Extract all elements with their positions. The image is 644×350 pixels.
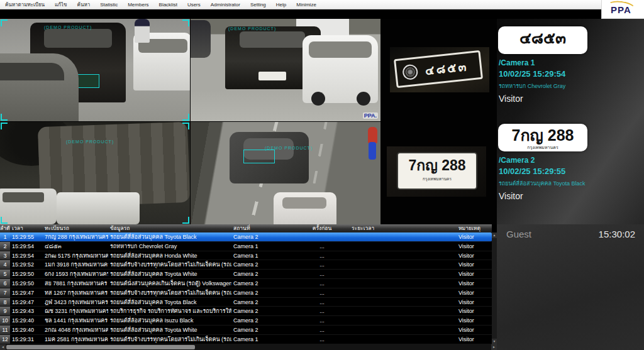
license-plate [258,72,286,80]
plate-crop-text: ๔๘๕๓ [425,57,469,80]
scroll-up-icon[interactable]: ▲ [492,232,497,238]
cell-info: รถยนต์สี่ล้อส่วนบุคคล Isuzu Black [108,316,231,325]
cell-plate: 7กญ 288 กรุงเทพมหานคร [43,232,108,241]
detection-corner-icon [1,19,8,26]
table-row[interactable]: 815:29:47ฎฬ 3423 กรุงเทพมหานครรถยนต์สี่ล… [0,298,492,307]
cell-plate: สย 7881 กรุงเทพมหานคร [43,279,108,288]
vehicle-windshield [0,63,64,80]
records-table: ลำดับเวลาทะเบียนรถข้อมูลรถสถานที่ครั้งก่… [0,224,497,350]
menu-item-5[interactable]: Blacklist [154,2,182,8]
logo-text: PPA [611,4,631,15]
scroll-left-icon[interactable]: ◄ [0,344,6,350]
column-header-time[interactable]: เวลา [10,224,43,232]
table-row[interactable]: 115:29:557กญ 288 กรุงเทพมหานครรถยนต์สี่ล… [0,232,492,242]
demo-watermark: (DEMO PRODUCT) [265,146,313,150]
cell-info: รถยนต์สี่ล้อส่วนบุคคล Toyota Black [108,298,231,307]
table-row[interactable]: 315:29:542กฒ 5175 กรุงเทพมหานครรถยนต์สี่… [0,251,492,261]
plate-number: ๔๘๕๓ [498,28,587,47]
table-row[interactable]: 1115:29:402กณ 4048 กรุงเทพมหานครรถยนต์สี… [0,325,492,335]
column-header-remark[interactable]: หมายเหตุ [457,224,492,232]
cell-remark: Visitor [457,279,492,288]
cell-plate: ฌช 3231 กรุงเทพมหานคร [43,307,108,315]
cell-info: รถยนต์นั่งส่วนบุคคลเกินเจ็ดคน (รถตู้) Vo… [108,279,231,288]
cell-dur [350,242,457,251]
demo-watermark: (DEMO PRODUCT) [228,26,276,31]
cell-no: 6 [0,279,10,288]
cell-info: รถทหารบก Chevrolet Gray [108,242,231,251]
menu-item-2[interactable]: ค้นหา [72,1,96,9]
detection-corner-icon [182,123,189,129]
cell-prev: ... [294,251,350,260]
motorcycle-rider [135,19,150,43]
table-header: ลำดับเวลาทะเบียนรถข้อมูลรถสถานที่ครั้งก่… [0,224,492,232]
scroll-right-icon[interactable]: ► [491,344,497,350]
camera-feed-1[interactable]: (DEMO PRODUCT) [0,19,190,121]
plate-crop-civil: 7กญ 288 กรุงเทพมหานคร [397,152,477,190]
column-header-no[interactable]: ลำดับ [0,224,10,232]
column-header-loc[interactable]: สถานที่ [231,224,294,232]
plate-crops-panel: ๔๘๕๓ 7กญ 288 กรุงเทพมหานคร [380,19,497,224]
camera-feed-2[interactable]: (DEMO PRODUCT) PPA. [191,19,380,121]
scroll-down-icon[interactable]: ▼ [492,339,497,344]
plate-province [498,47,587,48]
table-row[interactable]: 715:29:47ทส 1267 กรุงเทพมหานครรถยนต์รับจ… [0,288,492,298]
cell-time: 15:29:47 [10,298,43,307]
menu-item-1[interactable]: แก้ไข [50,1,72,9]
column-header-info[interactable]: ข้อมูลรถ [108,224,231,232]
table-row[interactable]: 1015:29:40ชล 1441 กรุงเทพมหานครรถยนต์สี่… [0,316,492,325]
cell-dur [350,251,457,260]
cell-info: รถยนต์สี่ล้อส่วนบุคคล Honda White [108,251,231,260]
cell-prev: ... [294,325,350,334]
military-emblem-icon [402,64,418,80]
column-header-prev[interactable]: ครั้งก่อน [294,224,350,232]
menu-item-7[interactable]: Administrator [206,2,245,8]
cell-prev: ... [294,242,350,251]
menu-item-10[interactable]: Minimize [291,2,321,8]
table-row[interactable]: 1215:29:311มค 2581 กรุงเทพมหานครรถยนต์รั… [0,335,492,344]
detection-panel: ๔๘๕๓ /Camera 1 10/02/25 15:29:54 รถทหารบ… [497,19,644,224]
menu-item-0[interactable]: ค้นหาตามทะเบียน [0,1,50,9]
menu-item-3[interactable]: Statistic [95,2,123,8]
cell-plate: 1มก 3918 กรุงเทพมหานคร [43,260,108,269]
cell-plate: 2กณ 4048 กรุงเทพมหานคร [43,325,108,334]
plate-crop-text: 7กญ 288 [398,153,476,177]
scrollbar-thumb[interactable] [6,345,195,349]
cell-remark: Visitor [457,335,492,344]
camera-feed-3[interactable]: (DEMO PRODUCT) [0,122,190,224]
detection-corner-icon [182,217,189,224]
cell-dur [350,232,457,241]
cell-time: 15:29:54 [10,251,43,260]
table-row[interactable]: 415:29:521มก 3918 กรุงเทพมหานครรถยนต์รับ… [0,260,492,270]
menu-item-4[interactable]: Members [123,2,153,8]
cell-time: 15:29:40 [10,316,43,325]
cell-prev: ... [294,298,350,307]
table-row[interactable]: 615:29:50สย 7881 กรุงเทพมหานครรถยนต์นั่ง… [0,279,492,288]
menu-item-9[interactable]: Help [271,2,291,8]
cell-remark: Visitor [457,270,492,278]
cell-remark: Visitor [457,298,492,307]
cell-loc: Camera 2 [231,325,294,334]
horizontal-scrollbar[interactable]: ◄ ► [0,344,497,350]
menu-item-6[interactable]: Users [182,2,206,8]
cell-dur [350,279,457,288]
plate-province: กรุงเทพมหานคร [498,145,587,150]
cell-plate: ทส 1267 กรุงเทพมหานคร [43,288,108,297]
camera-feed-4[interactable]: (DEMO PRODUCT) [191,122,380,224]
cell-time: 15:29:43 [10,307,43,315]
menu-item-8[interactable]: Setting [245,2,271,8]
plate-card: ๔๘๕๓ [498,26,587,54]
table-row[interactable]: 915:29:43ฌช 3231 กรุงเทพมหานครรถบริการธุ… [0,307,492,316]
cell-no: 4 [0,260,10,269]
table-row[interactable]: 215:29:54๔๘๕๓รถทหารบก Chevrolet GrayCame… [0,242,492,251]
table-row[interactable]: 515:29:506กง 1593 กรุงเทพมหานครรถยนต์สี่… [0,270,492,279]
vertical-scrollbar[interactable]: ▲ ▼ [492,232,497,344]
plate-crop-photo-2: 7กญ 288 กรุงเทพมหานคร [387,146,486,197]
column-header-dur[interactable]: ระยะเวลา [350,224,457,232]
wheel [311,92,325,106]
cell-time: 15:29:31 [10,335,43,344]
column-header-plate[interactable]: ทะเบียนรถ [43,224,108,232]
cell-remark: Visitor [457,260,492,269]
wheel [357,92,370,106]
cell-time: 15:29:40 [10,325,43,334]
cell-time: 15:29:50 [10,270,43,278]
